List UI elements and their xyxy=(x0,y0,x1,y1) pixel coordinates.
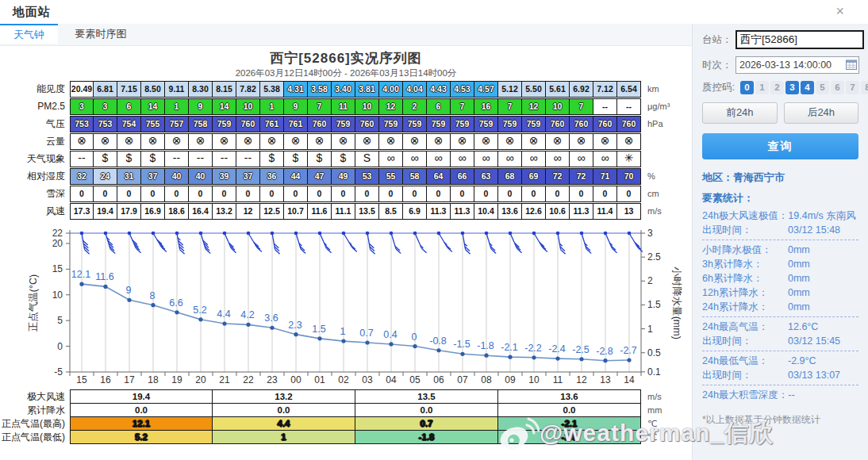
divider xyxy=(702,385,858,385)
grid-row: 天气现象--$$$--------$$$$S∞∞∞∞∞∞∞∞∞∞✳ xyxy=(0,151,692,167)
x-tick-label: 07 xyxy=(457,374,468,385)
x-tick-label: 08 xyxy=(481,374,492,385)
grid-cell: 12 xyxy=(521,98,546,115)
stat-value: 0mm xyxy=(788,271,810,286)
y-tick-label-left: 22 xyxy=(52,228,63,239)
qc-button-4[interactable]: 4 xyxy=(801,81,814,94)
grid-row: PM2.53361419141019711101226716712107----… xyxy=(0,98,692,115)
qc-button-6[interactable]: 6 xyxy=(831,81,844,94)
temp-point-label: 6.6 xyxy=(169,297,182,309)
row-label: 累计降水 xyxy=(0,403,70,417)
grid-cell: 10 xyxy=(355,98,379,115)
prev-24h-button[interactable]: 前24h xyxy=(702,102,778,124)
row-unit: mm xyxy=(641,403,692,417)
grid-cell: 761 xyxy=(259,116,284,132)
temp-point-label: 9 xyxy=(126,285,132,296)
grid-cell: 40 xyxy=(164,168,189,185)
grid-cell: 16.4 xyxy=(188,203,213,220)
stat-label: 小时降水极值： xyxy=(702,243,788,257)
x-tick-label: 20 xyxy=(195,374,206,385)
grid-cell: 0 xyxy=(236,186,260,202)
qc-button-8[interactable]: 8 xyxy=(861,81,868,94)
temp-point-label: -1.5 xyxy=(453,339,470,350)
x-tick-label: 23 xyxy=(267,374,278,385)
row-unit: m/s xyxy=(641,389,692,404)
divider xyxy=(702,351,858,351)
grid-cell: ∞ xyxy=(569,151,593,167)
stat-row: 小时降水极值：0mm xyxy=(702,243,858,257)
grid-cell: 5.12 xyxy=(497,81,522,98)
qc-buttons: 0123456789 xyxy=(740,81,868,94)
grid-cell: -- xyxy=(616,98,641,115)
grid-cell: 753 xyxy=(93,116,117,132)
station-input[interactable] xyxy=(735,30,864,49)
stat-row: 24h最大积雪深度：-- xyxy=(702,388,858,402)
grid-cell: ∞ xyxy=(378,151,403,167)
grid-cell: 753 xyxy=(70,116,94,132)
grid-cell: 13.5 xyxy=(355,203,379,220)
next-24h-button[interactable]: 后24h xyxy=(784,102,859,124)
stat-value: 12.6°C xyxy=(788,320,818,334)
grid-cell: 0 xyxy=(378,186,403,202)
summary-cell: 13.2 xyxy=(212,389,355,404)
grid-cell: 11.6 xyxy=(307,203,332,220)
grid-cell: 758 xyxy=(188,116,213,132)
temp-point xyxy=(579,357,583,361)
grid-cell: 0 xyxy=(188,186,213,202)
grid-cell: 0 xyxy=(474,186,498,202)
qc-button-1[interactable]: 1 xyxy=(755,81,769,94)
stat-value: -- xyxy=(788,388,794,402)
grid-cell: 760 xyxy=(307,116,332,132)
qc-button-0[interactable]: 0 xyxy=(740,81,754,94)
grid-cell: ⊗ xyxy=(164,133,189,150)
time-input[interactable] xyxy=(735,56,859,74)
stat-value: 03/12 15:48 xyxy=(788,223,840,237)
stat-row: 出现时间：03/12 15:45 xyxy=(702,334,858,348)
tab-weather-clock[interactable]: 天气钟 xyxy=(0,24,58,44)
row-unit: cm xyxy=(641,186,692,202)
grid-cell: S xyxy=(355,151,379,167)
stat-row: 24h最高气温：12.6°C xyxy=(702,320,858,334)
row-unit: ℃ xyxy=(641,416,692,431)
temp-point-label: -0.8 xyxy=(429,335,447,347)
stat-row: 24h最低气温：-2.9°C xyxy=(702,354,858,368)
grid-cell: ∞ xyxy=(497,151,522,167)
grid-cell: 760 xyxy=(569,116,593,132)
qc-button-3[interactable]: 3 xyxy=(785,81,799,94)
grid-cell: -- xyxy=(236,151,260,167)
close-icon[interactable]: × xyxy=(835,3,844,19)
grid-cell: ∞ xyxy=(426,151,451,167)
grid-cell: 44 xyxy=(283,168,308,185)
qc-button-5[interactable]: 5 xyxy=(816,81,829,94)
grid-cell: 7 xyxy=(497,98,522,115)
chart-title: 西宁[52866]实况序列图 xyxy=(0,49,692,67)
grid-cell: 49 xyxy=(331,168,355,185)
x-tick-label: 11 xyxy=(553,374,563,385)
tab-element-timeseries[interactable]: 要素时序图 xyxy=(61,24,140,44)
grid-cell: $ xyxy=(259,151,284,167)
x-tick-label: 05 xyxy=(409,374,421,385)
qc-button-7[interactable]: 7 xyxy=(846,81,859,94)
grid-row: 能见度20.496.817.158.509.118.308.157.825.38… xyxy=(0,81,692,98)
temp-point xyxy=(222,321,226,325)
summary-row: 正点气温(最低)5.21-1.8-2.8℃ xyxy=(0,430,692,444)
qc-button-2[interactable]: 2 xyxy=(770,81,784,94)
grid-cell: 0 xyxy=(212,186,236,202)
grid-cell: 64 xyxy=(426,168,451,185)
grid-cell: 759 xyxy=(212,116,236,132)
grid-cell: ⊗ xyxy=(450,133,474,150)
row-unit: μg/m³ xyxy=(641,98,692,115)
y-tick-label-right: 0.5 xyxy=(647,347,661,358)
x-tick-label: 19 xyxy=(171,374,182,385)
grid-cell: 760 xyxy=(355,116,379,132)
grid-row: 风速17.319.417.916.918.616.413.21212.510.7… xyxy=(0,203,692,220)
calendar-icon[interactable] xyxy=(846,59,857,70)
chart-subtitle: 2026年03月12日14时00分 - 2026年03月13日14时00分 xyxy=(0,67,692,79)
summary-cell: 0.0 xyxy=(70,403,213,417)
grid-cell: 66 xyxy=(450,168,474,185)
grid-cell: 8.30 xyxy=(188,81,213,98)
grid-cell: 5.50 xyxy=(521,81,546,98)
grid-cell: 10.4 xyxy=(474,203,498,220)
temp-point xyxy=(103,285,107,289)
query-button[interactable]: 查询 xyxy=(702,133,858,159)
